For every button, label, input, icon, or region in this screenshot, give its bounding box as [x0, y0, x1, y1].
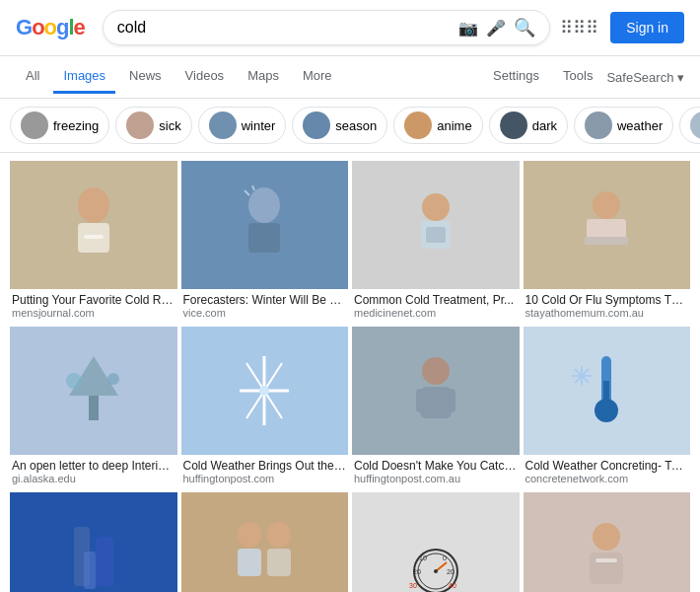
grid-row-2: An open letter to deep Interior cold ...…	[10, 327, 690, 488]
nav-settings[interactable]: Settings	[483, 60, 549, 94]
chip-snow[interactable]: snow	[679, 107, 700, 144]
chip-sick[interactable]: sick	[115, 107, 191, 144]
svg-rect-28	[603, 381, 609, 408]
svg-rect-51	[590, 553, 623, 584]
svg-rect-4	[248, 223, 280, 253]
svg-point-21	[259, 386, 269, 396]
svg-rect-35	[84, 552, 96, 589]
img-winter-tree-icon	[59, 351, 128, 430]
chip-season[interactable]: season	[292, 107, 387, 144]
chip-weather[interactable]: weather	[574, 107, 673, 144]
nav-videos[interactable]: Videos	[175, 60, 235, 94]
svg-rect-34	[96, 537, 113, 586]
svg-rect-9	[426, 227, 446, 243]
img-card-2-1[interactable]: An open letter to deep Interior cold ...…	[10, 327, 177, 488]
search-input[interactable]	[117, 19, 451, 37]
chip-season-img	[303, 111, 330, 139]
svg-rect-2	[84, 235, 104, 239]
img-card-3-4[interactable]: Common Cold - How it starts and Natural …	[524, 492, 691, 592]
apps-grid-icon[interactable]: ⠿⠿⠿	[560, 17, 598, 38]
search-submit-icon[interactable]: 🔍	[514, 17, 535, 38]
chip-winter-img	[209, 111, 237, 139]
img-source-1-1: mensjournal.com	[12, 307, 175, 319]
img-title-1-4: 10 Cold Or Flu Symptoms That Mean You ..…	[525, 293, 689, 307]
img-card-1-2[interactable]: Forecasters: Winter Will Be Cold - VICE …	[181, 161, 349, 323]
svg-rect-39	[267, 549, 291, 576]
img-card-3-1[interactable]: The Cold Is Gone | EB Art Organisation e…	[10, 492, 177, 592]
img-source-1-2: vice.com	[183, 307, 347, 319]
img-sick-person-icon	[406, 185, 465, 264]
chip-winter[interactable]: winter	[198, 107, 287, 144]
svg-line-48	[436, 562, 447, 571]
svg-point-0	[78, 187, 109, 223]
svg-text:40: 40	[449, 582, 456, 589]
img-source-1-4: stayathomemum.com.au	[525, 307, 689, 319]
svg-text:20: 20	[447, 568, 455, 575]
grid-row-3: The Cold Is Gone | EB Art Organisation e…	[10, 492, 690, 592]
img-title-1-3: Common Cold Treatment, Pr...	[354, 293, 518, 307]
img-frozen-man-icon	[235, 185, 294, 264]
img-title-2-3: Cold Doesn't Make You Catch Cold	[354, 459, 518, 473]
chip-freezing[interactable]: freezing	[10, 107, 109, 144]
img-title-2-2: Cold Weather Brings Out the Climate ...	[183, 459, 347, 473]
img-title-1-2: Forecasters: Winter Will Be Cold - VICE	[183, 293, 347, 307]
image-grid: Putting Your Favorite Cold Remedies to .…	[0, 153, 700, 592]
chip-anime[interactable]: anime	[393, 107, 482, 144]
img-big-thermometer-icon: 10 20 30 0 20 40	[391, 517, 480, 592]
voice-search-icon[interactable]: 🎤	[486, 19, 506, 37]
svg-text:20: 20	[413, 568, 421, 575]
chip-dark-img	[500, 111, 527, 139]
chip-freezing-img	[21, 111, 48, 139]
svg-point-3	[248, 187, 280, 223]
svg-text:10: 10	[419, 555, 427, 561]
chip-dark[interactable]: dark	[489, 107, 568, 144]
sign-in-button[interactable]: Sign in	[610, 12, 684, 43]
svg-point-15	[66, 373, 82, 389]
img-ice-crystals-icon	[235, 351, 294, 430]
img-cold-person-icon	[406, 351, 465, 430]
img-source-2-2: huffingtonpost.com	[183, 473, 347, 484]
filter-chips: freezing sick winter season anime dark w…	[0, 99, 700, 153]
nav-news[interactable]: News	[119, 60, 172, 94]
nav-right: Settings Tools	[483, 60, 602, 94]
img-card-3-2[interactable]: How to Avoid a Summer Cold | Reader's...…	[181, 492, 349, 592]
nav-bar: All Images News Videos Maps More Setting…	[0, 56, 700, 99]
chip-weather-img	[585, 111, 612, 139]
img-card-1-1[interactable]: Putting Your Favorite Cold Remedies to .…	[10, 161, 177, 323]
img-card-2-4[interactable]: Cold Weather Concreting- Tw... concreten…	[524, 327, 691, 488]
svg-rect-24	[416, 389, 426, 412]
img-ice-art-icon	[64, 517, 123, 592]
nav-tools[interactable]: Tools	[553, 60, 602, 94]
nav-images[interactable]: Images	[53, 60, 115, 94]
img-card-1-3[interactable]: Common Cold Treatment, Pr... medicinenet…	[352, 161, 520, 323]
search-bar: 📷 🎤 🔍	[103, 10, 550, 45]
img-sick-woman-icon	[572, 517, 641, 592]
nav-maps[interactable]: Maps	[238, 60, 289, 94]
img-source-1-3: medicinenet.com	[354, 307, 518, 319]
img-title-2-1: An open letter to deep Interior cold ...	[12, 459, 175, 473]
svg-rect-52	[595, 558, 617, 562]
svg-point-7	[422, 193, 450, 221]
chip-anime-img	[404, 111, 432, 139]
header-right: ⠿⠿⠿ Sign in	[560, 12, 684, 43]
img-card-2-2[interactable]: Cold Weather Brings Out the Climate ... …	[181, 327, 349, 488]
svg-text:30: 30	[409, 582, 417, 589]
svg-point-50	[593, 523, 620, 551]
svg-line-5	[245, 190, 249, 195]
img-card-1-4[interactable]: 10 Cold Or Flu Symptoms That Mean You ..…	[524, 161, 691, 323]
google-logo: Google	[16, 15, 85, 40]
img-source-2-3: huffingtonpost.com.au	[354, 473, 518, 484]
nav-all[interactable]: All	[16, 60, 49, 94]
grid-row-1: Putting Your Favorite Cold Remedies to .…	[10, 161, 690, 323]
nav-more[interactable]: More	[293, 60, 342, 94]
img-card-3-3[interactable]: 10 20 30 0 20 40 The Dangers of Cold Wea…	[352, 492, 520, 592]
svg-text:0: 0	[443, 555, 447, 561]
img-card-2-3[interactable]: Cold Doesn't Make You Catch Cold huffing…	[352, 327, 520, 488]
chip-snow-img	[690, 111, 700, 139]
svg-line-6	[252, 185, 254, 190]
camera-search-icon[interactable]: 📷	[458, 19, 478, 37]
svg-rect-12	[585, 237, 628, 245]
header: Google 📷 🎤 🔍 ⠿⠿⠿ Sign in	[0, 0, 700, 56]
safe-search[interactable]: SafeSearch ▾	[606, 70, 684, 85]
img-sick-bed-icon	[577, 185, 636, 264]
